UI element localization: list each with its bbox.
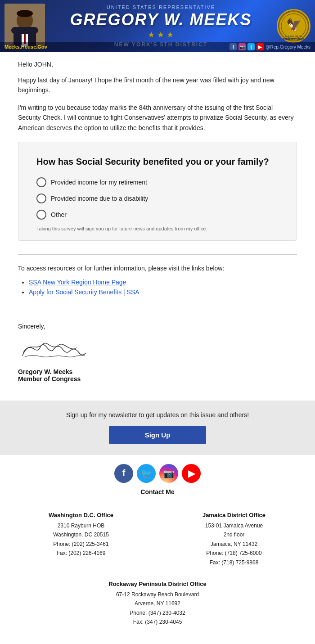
signer-name: Gregory W. Meeks [18,368,297,375]
newsletter-text: Sign up for my newsletter to get updates… [18,411,297,419]
office-rockaway-name: Rockaway Peninsula District Office [18,581,297,587]
office-jamaica: Jamaica District Office 153-01 Jamaica A… [162,512,306,567]
list-item: Apply for Social Security Benefits | SSA [29,288,297,296]
radio-button-2[interactable] [36,194,46,203]
footer-instagram-icon[interactable]: 📷 [159,464,178,483]
newsletter-section: Sign up for my newsletter to get updates… [0,401,315,455]
header-bottom-bar: Meeks.House.Gov f 📷 t ▶ @Rep.Gregory Mee… [0,42,315,52]
main-content: Hello JOHN, Happy last day of January! I… [0,52,315,392]
paragraph-2: I'm writing to you because today marks t… [18,103,297,133]
header-name: GREGORY W. MEEKS [50,12,272,28]
office-rockaway-line-1: 67-12 Rockaway Beach Boulevard [116,591,199,598]
seal-emblem: 🦅 U.S. HOUSE OF REPRESENTATIVES [277,9,310,43]
footer-facebook-icon[interactable]: f [114,464,133,483]
greeting-text: Hello JOHN, [18,61,297,68]
survey-box: How has Social Security benefited you or… [18,142,297,241]
office-rockaway: Rockaway Peninsula District Office 67-12… [0,576,315,636]
radio-button-1[interactable] [36,177,46,187]
list-item: SSA New York Region Home Page [29,279,297,286]
content-divider [18,254,297,255]
office-jamaica-line-1: 153-01 Jamaica Avenue [205,522,263,529]
header-website: Meeks.House.Gov [4,44,47,50]
office-jamaica-line-4: Phone: (718) 725-6000 [206,550,261,556]
header-title-small: UNITED STATES REPRESENTATIVE [50,5,272,10]
contact-me-title: Contact Me [0,488,315,495]
svg-text:🦅: 🦅 [286,17,302,32]
signature-image [18,334,297,364]
links-intro: To access resources or for further infor… [18,264,297,273]
survey-disclaimer: Taking this survey will sign you up for … [36,226,279,231]
survey-option-3[interactable]: Other [36,210,279,220]
office-dc: Washington D.C. Office 2310 Rayburn HOB … [9,512,153,567]
radio-button-3[interactable] [36,210,46,220]
sincerely-text: Sincerely, [18,323,297,330]
social-footer-icons: f 🐦 📷 ▶ [0,464,315,483]
header-seal: 🦅 U.S. HOUSE OF REPRESENTATIVES [277,9,310,43]
header-banner: UNITED STATES REPRESENTATIVE GREGORY W. … [0,0,315,52]
office-rockaway-line-3: Phone: (347) 230-4032 [130,610,185,616]
signup-button[interactable]: Sign Up [109,426,207,444]
footer-youtube-icon[interactable]: ▶ [182,464,201,483]
survey-option-label-1: Provided income for my retirement [51,179,147,186]
svg-text:REPRESENTATIVES: REPRESENTATIVES [283,38,305,40]
social-footer: f 🐦 📷 ▶ Contact Me [0,455,315,507]
footer-twitter-icon[interactable]: 🐦 [137,464,156,483]
header-twitter-icon: t [248,43,255,50]
signature-svg [18,335,90,362]
offices-grid: Washington D.C. Office 2310 Rayburn HOB … [0,507,315,576]
office-dc-name: Washington D.C. Office [9,512,153,518]
survey-question: How has Social Security benefited you or… [36,156,279,167]
svg-text:U.S. HOUSE OF: U.S. HOUSE OF [285,35,302,37]
office-jamaica-line-5: Fax: (718) 725-9868 [210,559,259,566]
header-stars: ★ ★ ★ [50,30,272,40]
svg-point-6 [17,10,33,17]
office-dc-detail: 2310 Rayburn HOB Washington, DC 20515 Ph… [9,521,153,558]
office-rockaway-line-4: Fax: (347) 230-4045 [133,619,182,625]
link-ssa-ny[interactable]: SSA New York Region Home Page [29,279,126,286]
office-jamaica-line-2: 2nd floor [224,531,245,538]
survey-option-label-3: Other [51,211,67,218]
office-rockaway-detail: 67-12 Rockaway Beach Boulevard Arverne, … [18,590,297,627]
office-rockaway-line-2: Arverne, NY 11692 [135,600,180,607]
office-dc-line-1: 2310 Rayburn HOB [58,522,105,529]
survey-option-label-2: Provided income due to a disability [51,195,148,202]
office-dc-line-2: Washington, DC 20515 [53,531,109,538]
signer-title: Member of Congress [18,375,297,383]
header-social-icons: f 📷 t ▶ @Rep.Gregory Meeks [230,43,310,50]
office-dc-line-4: Fax: (202) 226-4169 [57,550,106,556]
header-text-center: UNITED STATES REPRESENTATIVE GREGORY W. … [45,5,277,48]
office-dc-line-3: Phone: (202) 225-3461 [53,541,108,547]
header-facebook-icon: f [230,43,237,50]
office-jamaica-detail: 153-01 Jamaica Avenue 2nd floor Jamaica,… [162,521,306,567]
paragraph-1: Happy last day of January! I hope the fi… [18,75,297,95]
svg-rect-7 [11,27,38,34]
office-jamaica-name: Jamaica District Office [162,512,306,518]
header-youtube-icon: ▶ [256,43,264,50]
header-instagram-icon: 📷 [238,43,246,50]
survey-option-1[interactable]: Provided income for my retirement [36,177,279,187]
survey-option-2[interactable]: Provided income due to a disability [36,194,279,203]
office-jamaica-line-3: Jamaica, NY 11432 [211,541,258,547]
header-social-handle: @Rep.Gregory Meeks [266,45,310,50]
resource-links: SSA New York Region Home Page Apply for … [18,279,297,296]
link-apply-ssa[interactable]: Apply for Social Security Benefits | SSA [29,288,140,296]
